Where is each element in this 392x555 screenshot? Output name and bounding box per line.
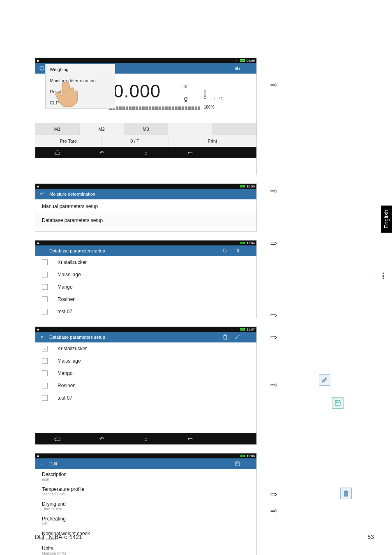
search-icon[interactable] <box>222 247 228 254</box>
edit-row[interactable]: PreheatingOff <box>35 513 256 528</box>
nav-cloud-icon[interactable] <box>35 436 80 442</box>
svg-point-9 <box>204 96 206 99</box>
edit-pencil-button[interactable] <box>319 374 330 386</box>
list-item[interactable]: test 07 <box>35 305 256 318</box>
list-item[interactable]: Maissilage <box>35 355 256 367</box>
edit-row[interactable]: Temperature profileStandad 140°C <box>35 484 256 499</box>
language-tab[interactable]: English <box>381 206 392 233</box>
arrow-right-icon: ⇨ <box>270 186 277 196</box>
item-label: Kristallzucker <box>58 259 87 265</box>
status-time: 10:00 <box>247 185 255 188</box>
item-label: Maissilage <box>58 358 81 364</box>
mode-option[interactable]: GLP <box>46 97 115 108</box>
list-icon: ≡ <box>39 334 45 340</box>
status-left-icon: ■ <box>37 185 39 188</box>
screen-db-list: ■ 11:04 ≡ Database parameters setup ⇅ ⋮ … <box>35 240 257 318</box>
item-label: test 07 <box>58 395 72 401</box>
arrow-right-icon: ⇨ <box>270 380 277 390</box>
checkbox[interactable] <box>42 346 48 352</box>
moisture-options-list: Manual parameters setup Database paramet… <box>35 199 256 232</box>
pretare-button[interactable]: Pre Tare <box>35 135 102 147</box>
menu-item-manual-setup[interactable]: Manual parameters setup <box>35 199 256 213</box>
list-item[interactable]: Mango <box>35 281 256 293</box>
list-icon: ≡ <box>39 460 45 467</box>
screen-db-list-selected: ■ 11:07 ≡ Database parameters setup ⋮ Kr… <box>35 326 257 445</box>
nav-back-icon[interactable]: ↶ <box>80 150 124 156</box>
memory-empty <box>212 123 256 135</box>
zerotare-button[interactable]: 0 / T <box>102 135 168 147</box>
sort-icon[interactable]: ⇅ <box>234 247 241 254</box>
nav-home-icon[interactable]: ⌂ <box>124 436 168 442</box>
save-disk-button[interactable] <box>332 397 344 409</box>
mode-option[interactable]: Moisture determination <box>46 75 115 86</box>
list-item[interactable]: test 07 <box>35 392 256 404</box>
list-item[interactable]: Maissilage <box>35 268 256 281</box>
menu-dots-icon[interactable]: ⋮ <box>247 191 253 197</box>
checkbox[interactable] <box>42 309 48 314</box>
titlebar-db-list: ≡ Database parameters setup ⇅ ⋮ <box>35 245 256 256</box>
list-item[interactable]: Kristallzucker <box>35 256 256 268</box>
nav-recent-icon[interactable]: ▭ <box>168 436 212 442</box>
status-time: 11:06 <box>247 454 255 458</box>
edit-row[interactable]: Descriptionasdf <box>35 469 256 484</box>
memory-empty <box>168 123 212 135</box>
status-time: 09:59 <box>247 59 255 62</box>
checkbox[interactable] <box>42 395 48 401</box>
status-left-icon: ■ <box>37 59 39 62</box>
checkbox[interactable] <box>42 383 48 388</box>
nav-recent-icon[interactable]: ▭ <box>168 150 212 156</box>
mode-dropdown: Weighing Moisture determination Results … <box>45 64 115 109</box>
field-label: Drying end <box>42 501 250 507</box>
nav-back-icon[interactable]: ↶ <box>80 436 124 442</box>
delete-trash-button[interactable] <box>340 488 352 499</box>
nav-cloud-icon[interactable] <box>35 150 80 156</box>
list-icon: ≡ <box>39 247 45 254</box>
item-label: Mango <box>58 370 73 376</box>
page-dots-icon <box>379 271 388 280</box>
edit-icon[interactable] <box>234 334 241 340</box>
heater-icon: ≡° <box>39 191 45 197</box>
checkbox[interactable] <box>42 284 48 290</box>
footer-doc-id: DLT_N-BA-e-1421 <box>35 534 82 540</box>
menu-dots-icon[interactable]: ⋮ <box>247 460 253 467</box>
field-value: Off <box>42 522 250 526</box>
memory-slot[interactable]: M2 <box>80 123 124 135</box>
weight-unit: g <box>184 95 188 102</box>
menu-dots-icon[interactable]: ⋮ <box>247 247 253 254</box>
battery-icon <box>240 59 245 62</box>
edit-row[interactable]: UnitsMoisture (M%) <box>35 543 256 555</box>
titlebar-moisture: ≡° Moisture determination ⋮ <box>35 189 256 199</box>
menu-item-database-setup[interactable]: Database parameters setup <box>35 213 256 227</box>
checkbox[interactable] <box>42 370 48 376</box>
arrow-right-icon: ⇨ <box>270 332 277 342</box>
checkbox[interactable] <box>42 272 48 278</box>
menu-dots-icon[interactable]: ⋮ <box>247 65 253 72</box>
capacity-pct: 100% <box>204 105 214 109</box>
list-item[interactable]: Rosinen <box>35 293 256 305</box>
levels-icon[interactable] <box>234 65 241 72</box>
screen-moisture-menu: ■ 10:00 ≡° Moisture determination ⋮ Manu… <box>35 183 257 232</box>
checkbox[interactable] <box>42 296 48 302</box>
menu-dots-icon[interactable]: ⋮ <box>247 334 253 340</box>
field-value: Time 18 min <box>42 507 250 511</box>
weight-value: 0.000 <box>113 81 161 102</box>
memory-slot[interactable]: M1 <box>35 123 80 135</box>
mode-option[interactable]: Weighing <box>46 64 115 75</box>
nav-home-icon[interactable]: ⌂ <box>124 150 168 156</box>
mode-option[interactable]: Results <box>46 86 115 97</box>
edit-row[interactable]: Drying endTime 18 min <box>35 499 256 513</box>
print-button[interactable]: Print <box>168 135 256 147</box>
list-item[interactable]: Mango <box>35 367 256 379</box>
checkbox[interactable] <box>42 259 48 265</box>
save-icon[interactable] <box>234 460 241 467</box>
status-left-icon: ■ <box>37 241 39 245</box>
battery-icon <box>240 455 245 457</box>
list-item[interactable]: Kristallzucker <box>35 342 256 355</box>
list-item[interactable]: Rosinen <box>35 379 256 392</box>
field-label: Description <box>42 472 250 477</box>
field-label: Temperature profile <box>42 486 250 492</box>
checkbox[interactable] <box>42 358 48 364</box>
memory-slot[interactable]: M3 <box>124 123 168 135</box>
status-bar: ■ 11:04 <box>35 240 256 245</box>
trash-icon[interactable] <box>222 334 228 340</box>
